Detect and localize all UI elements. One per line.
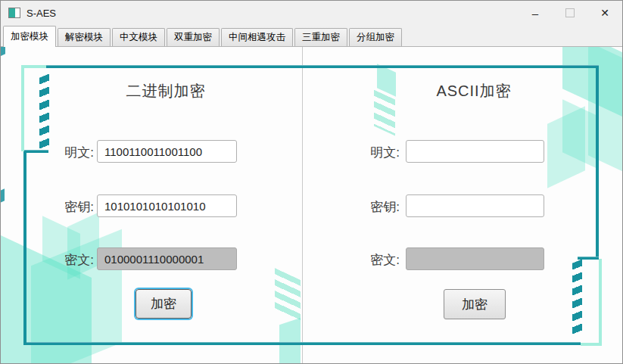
- frame-mint-right: [599, 259, 602, 346]
- binary-plaintext-label: 明文:: [52, 144, 94, 161]
- binary-plaintext-input[interactable]: [97, 140, 237, 163]
- tab-bar: 加密模块 解密模块 中文模块 双重加密 中间相遇攻击 三重加密 分组加密: [1, 25, 622, 47]
- deco-dash-cluster: [275, 268, 301, 324]
- ascii-cipher-output[interactable]: [406, 247, 544, 270]
- frame-mint-left: [21, 65, 24, 151]
- frame-mint-top: [21, 65, 46, 68]
- tab-block-encrypt[interactable]: 分组加密: [349, 28, 402, 46]
- binary-panel-title: 二进制加密: [37, 81, 294, 101]
- encrypt-module-pane: 二进制加密 明文: 密钥: 密文: 加密 ASCII加密 明文: 密钥: 密文:…: [1, 47, 622, 363]
- binary-cipher-label: 密文:: [52, 251, 94, 269]
- deco-bar: [279, 318, 301, 363]
- ascii-key-input[interactable]: [406, 194, 544, 217]
- close-button[interactable]: ✕: [587, 1, 622, 25]
- app-icon: [8, 8, 20, 18]
- tab-chinese-module[interactable]: 中文模块: [112, 28, 165, 46]
- close-icon: ✕: [600, 7, 609, 19]
- title-bar: S-AES – ✕: [1, 1, 622, 25]
- minimize-button[interactable]: –: [518, 1, 553, 25]
- binary-key-input[interactable]: [97, 194, 237, 217]
- frame-bottom-edge: [23, 342, 581, 345]
- ascii-cipher-label: 密文:: [358, 251, 400, 269]
- ascii-key-label: 密钥:: [358, 198, 400, 216]
- deco-teal-diamond: [1, 47, 5, 58]
- ascii-plaintext-input[interactable]: [406, 140, 544, 163]
- tab-double-encrypt[interactable]: 双重加密: [167, 28, 220, 46]
- maximize-icon: [565, 8, 575, 17]
- ascii-plaintext-label: 明文:: [358, 144, 400, 161]
- frame-top-edge: [44, 65, 599, 68]
- window-controls: – ✕: [518, 1, 622, 25]
- tab-encrypt-module[interactable]: 加密模块: [3, 26, 56, 47]
- app-window: S-AES – ✕ 加密模块 解密模块 中文模块 双重加密 中间相遇攻击 三重加…: [0, 0, 623, 364]
- tab-meet-in-middle-attack[interactable]: 中间相遇攻击: [221, 28, 293, 46]
- frame-notch-top-left: [23, 150, 48, 153]
- window-title: S-AES: [26, 8, 56, 19]
- ascii-panel-title: ASCII加密: [341, 81, 606, 101]
- ascii-encrypt-button[interactable]: 加密: [444, 289, 506, 319]
- maximize-button[interactable]: [553, 1, 587, 25]
- binary-encrypt-button[interactable]: 加密: [136, 289, 192, 319]
- frame-left-edge: [23, 150, 26, 345]
- minimize-icon: –: [532, 7, 538, 20]
- deco-teal-diamond: [1, 188, 5, 205]
- tab-decrypt-module[interactable]: 解密模块: [58, 28, 111, 46]
- binary-cipher-output[interactable]: [97, 247, 237, 270]
- frame-dashes-bottom-right: [572, 259, 582, 337]
- frame-mint-bottom: [581, 343, 602, 346]
- tab-triple-encrypt[interactable]: 三重加密: [294, 28, 347, 46]
- panel-divider: [302, 47, 303, 363]
- binary-key-label: 密钥:: [52, 198, 94, 216]
